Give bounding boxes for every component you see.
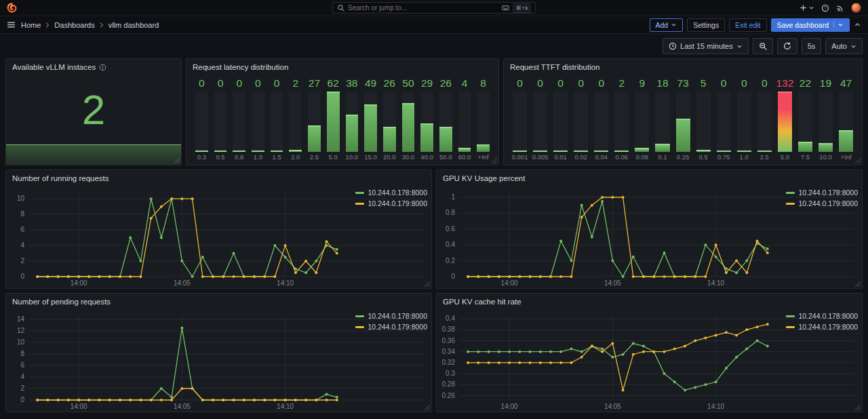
bar bbox=[574, 151, 588, 152]
bar-track bbox=[614, 92, 629, 152]
legend-item[interactable]: 10.244.0.178:8000 bbox=[786, 312, 858, 320]
bar-column[interactable]: 730.25 bbox=[674, 77, 692, 162]
bar-column[interactable]: 1325.0 bbox=[776, 77, 794, 162]
bar-column[interactable]: 8+Inf bbox=[475, 77, 492, 162]
bar-value: 26 bbox=[381, 77, 398, 90]
bar-label: 0.8 bbox=[231, 153, 248, 162]
svg-text:0.2: 0.2 bbox=[446, 257, 455, 264]
search-input[interactable]: ⌘+k bbox=[332, 2, 536, 14]
grafana-logo-icon[interactable] bbox=[7, 3, 17, 13]
add-new-button[interactable] bbox=[800, 4, 814, 12]
settings-button[interactable]: Settings bbox=[687, 18, 725, 32]
bar-column[interactable]: 00.04 bbox=[592, 77, 610, 162]
breadcrumb-current-dashboard[interactable]: vllm dashboard bbox=[108, 21, 159, 29]
bar-column[interactable]: 272.5 bbox=[306, 77, 323, 162]
bar-column[interactable]: 20.06 bbox=[612, 77, 631, 162]
legend-series-name: 10.244.0.179:8000 bbox=[798, 199, 858, 207]
bar-label: 2.5 bbox=[755, 153, 774, 162]
legend-item[interactable]: 10.244.0.179:8000 bbox=[786, 323, 858, 331]
search-field[interactable] bbox=[348, 4, 498, 12]
svg-text:14:05: 14:05 bbox=[174, 403, 191, 410]
bar-column[interactable]: 01.0 bbox=[735, 77, 753, 162]
bar bbox=[635, 148, 649, 152]
news-button[interactable] bbox=[836, 4, 844, 12]
svg-text:14:00: 14:00 bbox=[71, 403, 87, 410]
bar-column[interactable]: 00.5 bbox=[212, 77, 229, 162]
bar-track bbox=[477, 92, 490, 152]
bar-column[interactable]: 2650.0 bbox=[437, 77, 454, 162]
bar-column[interactable]: 90.08 bbox=[633, 77, 651, 162]
bar-column[interactable]: 01.0 bbox=[250, 77, 267, 162]
bar-column[interactable]: 3810.0 bbox=[344, 77, 361, 162]
bar-column[interactable]: 47+Inf bbox=[837, 77, 855, 162]
breadcrumb-dashboards[interactable]: Dashboards bbox=[54, 21, 94, 29]
bar-value: 132 bbox=[776, 77, 794, 90]
legend-color-mark bbox=[786, 326, 795, 328]
bar-column[interactable]: 00.001 bbox=[511, 77, 529, 162]
bar-column[interactable]: 227.5 bbox=[796, 77, 814, 162]
collapse-toolbar-button[interactable] bbox=[854, 21, 861, 28]
legend-item[interactable]: 10.244.0.179:8000 bbox=[786, 199, 858, 207]
bar-column[interactable]: 4915.0 bbox=[362, 77, 379, 162]
legend-item[interactable]: 10.244.0.178:8000 bbox=[355, 312, 427, 320]
save-dashboard-dropdown[interactable] bbox=[833, 22, 844, 28]
bar-label: 0.5 bbox=[694, 153, 713, 162]
bar-column[interactable]: 1910.0 bbox=[816, 77, 835, 162]
panel-title[interactable]: Number of running requests bbox=[12, 174, 109, 182]
panel-title[interactable]: Number of pending requests bbox=[12, 298, 111, 306]
bar-column[interactable]: 00.01 bbox=[551, 77, 570, 162]
panel-title[interactable]: Request latency distribution bbox=[193, 63, 288, 71]
svg-text:4: 4 bbox=[20, 373, 24, 380]
bar-column[interactable]: 2620.0 bbox=[381, 77, 398, 162]
legend-item[interactable]: 10.244.0.178:8000 bbox=[355, 188, 427, 197]
bar-column[interactable]: 00.02 bbox=[572, 77, 590, 162]
bar-column[interactable]: 22.0 bbox=[287, 77, 304, 162]
svg-text:1: 1 bbox=[451, 193, 455, 201]
panel-title[interactable]: Request TTFT distribution bbox=[510, 63, 600, 71]
bar-column[interactable]: 180.1 bbox=[653, 77, 671, 162]
bar-column[interactable]: 00.3 bbox=[193, 77, 210, 162]
bar-column[interactable]: 50.5 bbox=[694, 77, 713, 162]
panel-title[interactable]: GPU KV cache hit rate bbox=[443, 298, 521, 306]
refresh-interval-button[interactable]: 5s bbox=[802, 38, 822, 54]
bar-column[interactable]: 2940.0 bbox=[418, 77, 435, 162]
svg-text:0.6: 0.6 bbox=[446, 225, 455, 233]
bar-value: 0 bbox=[250, 77, 267, 90]
bar-value: 50 bbox=[400, 77, 417, 90]
time-range-picker[interactable]: Last 15 minutes bbox=[663, 38, 749, 54]
legend-item[interactable]: 10.244.0.179:8000 bbox=[355, 323, 427, 331]
legend-item[interactable]: 10.244.0.178:8000 bbox=[786, 188, 858, 197]
bar bbox=[214, 151, 227, 152]
auto-interval-picker[interactable]: Auto bbox=[825, 38, 863, 54]
bar-column[interactable]: 02.5 bbox=[755, 77, 774, 162]
bar-track bbox=[346, 92, 359, 152]
bar-column[interactable]: 00.8 bbox=[231, 77, 248, 162]
breadcrumb-home[interactable]: Home bbox=[21, 21, 41, 29]
panel-pending-requests: Number of pending requests 0246810121414… bbox=[5, 293, 432, 412]
bar-label: 0.02 bbox=[572, 153, 590, 162]
bar-column[interactable]: 00.75 bbox=[715, 77, 733, 162]
user-avatar[interactable] bbox=[851, 3, 861, 13]
help-button[interactable]: ? bbox=[821, 4, 829, 12]
bar-column[interactable]: 01.5 bbox=[269, 77, 285, 162]
panel-title[interactable]: Available vLLM instaces bbox=[12, 63, 96, 71]
panel-running-requests: Number of running requests 024681014:001… bbox=[5, 169, 432, 289]
bar-track bbox=[383, 92, 396, 152]
bar bbox=[233, 151, 245, 152]
zoom-out-button[interactable] bbox=[753, 38, 773, 54]
bar-label: 0.5 bbox=[212, 153, 229, 162]
bar-column[interactable]: 00.005 bbox=[531, 77, 549, 162]
exit-edit-button[interactable]: Exit edit bbox=[729, 18, 766, 32]
menu-toggle-button[interactable] bbox=[7, 20, 16, 29]
bar-column[interactable]: 460.0 bbox=[456, 77, 473, 162]
chevron-down-icon bbox=[671, 22, 677, 28]
save-dashboard-button[interactable]: Save dashboard bbox=[771, 18, 850, 32]
bar-column[interactable]: 5030.0 bbox=[400, 77, 417, 162]
bar-value: 0 bbox=[551, 77, 570, 90]
panel-title[interactable]: GPU KV Usage percent bbox=[443, 174, 525, 182]
add-button[interactable]: Add bbox=[650, 18, 684, 32]
bar-column[interactable]: 625.0 bbox=[325, 77, 342, 162]
refresh-button[interactable] bbox=[777, 38, 797, 54]
legend-item[interactable]: 10.244.0.179:8000 bbox=[355, 199, 427, 207]
info-icon[interactable] bbox=[99, 64, 106, 71]
